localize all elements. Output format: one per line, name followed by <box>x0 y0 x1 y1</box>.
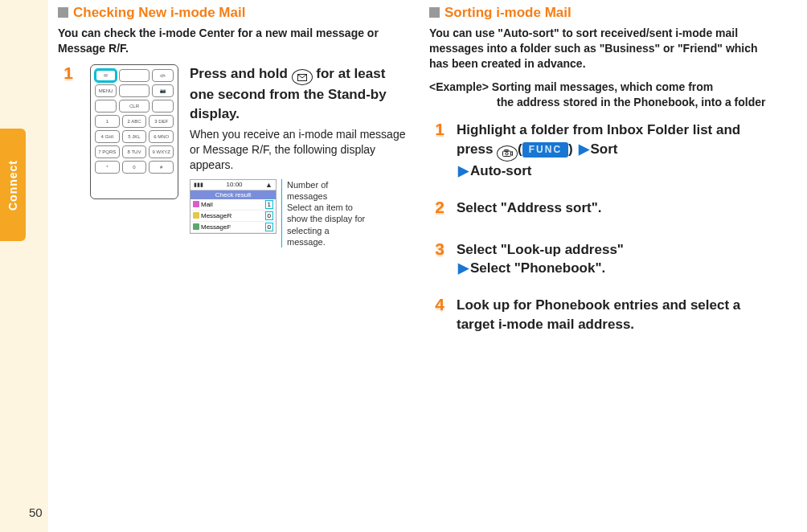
section-heading-left: Checking New i-mode Mail <box>58 5 407 21</box>
result-row-value: 0 <box>265 211 273 220</box>
svg-point-3 <box>505 153 507 155</box>
callout-line2: Select an item to show the display for s… <box>287 202 370 248</box>
phone-key: 8 TUV <box>122 145 147 158</box>
section-heading-right: Sorting i-mode Mail <box>429 5 778 21</box>
arrow-icon: ▶ <box>458 163 469 178</box>
step-number: 2 <box>429 198 450 223</box>
camera-func-button-icon <box>497 145 518 162</box>
signal-bars-icon: ▮▮▮ <box>194 182 203 188</box>
result-row-text: MessageR <box>201 212 231 219</box>
sidebar-tab-label: Connect <box>6 160 19 211</box>
phone-key: 4 GHI <box>95 130 120 143</box>
func-tag: FUNC <box>522 142 568 158</box>
phone-key: 9 WXYZ <box>149 145 174 158</box>
step1-title: Press and hold for at least one second f… <box>190 64 407 124</box>
envelope-icon <box>193 212 199 219</box>
phone-key: 0 <box>122 161 147 174</box>
step-title: Select "Look-up address" ▶Select "Phoneb… <box>457 240 778 279</box>
result-row-label: MessageF <box>193 223 231 231</box>
mail-key-label: ✉ <box>104 72 108 78</box>
step1-r-autosort: Auto-sort <box>470 163 531 178</box>
phone-key: 7 PQRS <box>95 145 120 158</box>
step-number: 1 <box>429 121 450 145</box>
phone-key-camera: 📷 <box>152 84 174 97</box>
phone-key: 3 DEF <box>149 115 174 128</box>
clr-key-label: CLR <box>129 104 139 108</box>
step-3: 3 Select "Look-up address" ▶Select "Phon… <box>429 240 778 279</box>
result-row-value: 0 <box>265 223 273 231</box>
result-row: MessageR0 <box>190 211 276 222</box>
step-number: 3 <box>429 240 450 264</box>
phone-key-ch: ch <box>152 69 174 82</box>
result-row-label: Mail <box>193 200 213 209</box>
step-body: Select "Address sort". <box>457 198 778 218</box>
phone-key: 2 ABC <box>122 115 147 128</box>
step-number: 1 <box>58 64 79 88</box>
phone-key-call <box>95 100 117 113</box>
paren-open: ( <box>518 141 522 157</box>
phone-dpad <box>119 69 150 82</box>
step-1: 1 Highlight a folder from Inbox Folder l… <box>429 121 778 180</box>
step-title: Highlight a folder from Inbox Folder lis… <box>457 121 778 180</box>
phone-key-power <box>152 100 174 113</box>
right-column: Sorting i-mode Mail You can use "Auto-so… <box>429 5 778 352</box>
result-header: ▮▮▮ 10:00 ▲ <box>190 180 276 190</box>
example-text2: the address stored in the Phonebook, int… <box>429 95 778 110</box>
result-row-text: MessageF <box>201 223 231 231</box>
square-icon <box>429 7 440 18</box>
sidebar-tab: Connect <box>0 129 26 241</box>
result-area: ▮▮▮ 10:00 ▲ Check result Mail1MessageR0M… <box>190 179 407 248</box>
result-row-value: 1 <box>265 200 273 209</box>
step-number: 4 <box>429 296 450 320</box>
ch-key-label: ch <box>160 73 165 78</box>
step-4: 4 Look up for Phonebook entries and sele… <box>429 296 778 334</box>
example-label: <Example> <box>429 80 489 93</box>
phone-numpad-row: 4 GHI5 JKL6 MNO <box>95 130 174 143</box>
step1-r-sort: Sort <box>591 141 618 157</box>
step-title: Look up for Phonebook entries and select… <box>457 296 778 334</box>
two-column-layout: Checking New i-mode Mail You can check t… <box>0 0 807 352</box>
left-intro: You can check the i-mode Center for a ne… <box>58 26 407 56</box>
arrow-icon: ▶ <box>458 260 469 276</box>
mail-button-icon <box>292 69 313 85</box>
phone-keypad-graphic: ✉ ch MENU 📷 CLR 12 ABC3 DEF4 GHI5 JKL6 M… <box>90 64 178 199</box>
result-title: Check result <box>190 190 276 199</box>
phone-key-clr: CLR <box>119 100 150 113</box>
menu-key-label: MENU <box>99 88 113 93</box>
step-title: Select "Address sort". <box>457 198 778 218</box>
phone-dpad-center <box>119 84 150 97</box>
left-column: Checking New i-mode Mail You can check t… <box>58 5 407 352</box>
step3-line2: Select "Phonebook". <box>470 260 605 276</box>
square-icon <box>58 7 68 18</box>
phone-key-menu: MENU <box>95 84 117 97</box>
result-screen: ▮▮▮ 10:00 ▲ Check result Mail1MessageR0M… <box>190 179 277 234</box>
step-body: Select "Look-up address" ▶Select "Phoneb… <box>457 240 778 279</box>
camera-key-label: 📷 <box>160 88 166 93</box>
example-block: <Example> Sorting mail messages, which c… <box>429 80 778 110</box>
step1-text: Press and hold for at least one second f… <box>190 64 407 248</box>
example-text1: Sorting mail messages, which come from <box>492 80 713 93</box>
phone-numpad-row: 7 PQRS8 TUV9 WXYZ <box>95 145 174 158</box>
result-row: Mail1 <box>190 199 276 211</box>
camera-icon <box>502 149 513 157</box>
phone-key: 5 JKL <box>122 130 147 143</box>
phone-key: # <box>149 161 174 174</box>
phone-key: 1 <box>95 115 120 128</box>
envelope-icon <box>193 201 199 207</box>
step-body: Highlight a folder from Inbox Folder lis… <box>457 121 778 180</box>
phone-key: 6 MNO <box>149 130 174 143</box>
step-with-phone: 1 ✉ ch MENU 📷 CLR 12 ABC3 DEF4 GHI5 JKL6… <box>58 64 407 248</box>
page-number: 50 <box>29 505 43 519</box>
step-body: Look up for Phonebook entries and select… <box>457 296 778 334</box>
result-time: 10:00 <box>227 181 243 188</box>
callout-text: Number of messages Select an item to sho… <box>281 179 370 248</box>
section-title-right: Sorting i-mode Mail <box>444 5 571 21</box>
envelope-icon <box>193 223 199 230</box>
result-row-text: Mail <box>201 201 213 208</box>
envelope-icon <box>297 74 307 81</box>
arrow-icon: ▶ <box>579 141 589 157</box>
section-title-left: Checking New i-mode Mail <box>73 5 245 21</box>
result-row: MessageF0 <box>190 222 276 233</box>
antenna-icon: ▲ <box>265 181 272 189</box>
phone-key: * <box>95 161 120 174</box>
